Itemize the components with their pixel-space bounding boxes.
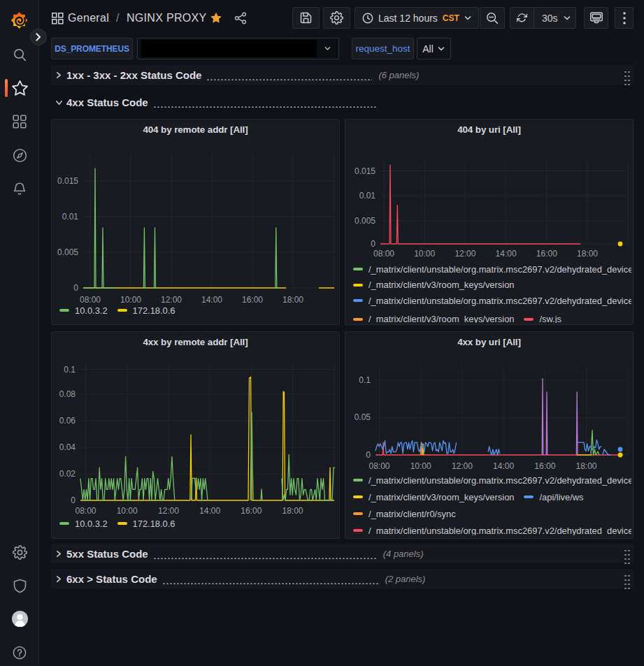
svg-text:16:00: 16:00 bbox=[242, 295, 263, 305]
svg-text:10:00: 10:00 bbox=[117, 506, 138, 516]
svg-text:14:00: 14:00 bbox=[199, 506, 220, 516]
svg-text:18:00: 18:00 bbox=[282, 506, 303, 516]
svg-text:08:00: 08:00 bbox=[75, 506, 96, 516]
svg-text:0.1: 0.1 bbox=[64, 365, 76, 375]
svg-text:12:00: 12:00 bbox=[161, 295, 182, 305]
svg-text:18:00: 18:00 bbox=[282, 295, 303, 305]
svg-text:0.06: 0.06 bbox=[59, 416, 76, 426]
svg-text:12:00: 12:00 bbox=[158, 506, 179, 516]
svg-text:0.04: 0.04 bbox=[59, 442, 76, 452]
svg-text:16:00: 16:00 bbox=[241, 506, 262, 516]
svg-text:0.005: 0.005 bbox=[57, 247, 78, 257]
svg-text:0: 0 bbox=[71, 495, 76, 505]
svg-text:0: 0 bbox=[73, 283, 78, 293]
svg-text:14:00: 14:00 bbox=[201, 295, 222, 305]
svg-text:0.01: 0.01 bbox=[62, 212, 79, 222]
svg-text:08:00: 08:00 bbox=[80, 295, 101, 305]
svg-text:10:00: 10:00 bbox=[120, 295, 141, 305]
svg-text:0.08: 0.08 bbox=[59, 389, 76, 399]
svg-text:0.02: 0.02 bbox=[59, 469, 76, 479]
svg-text:0.015: 0.015 bbox=[57, 176, 78, 186]
